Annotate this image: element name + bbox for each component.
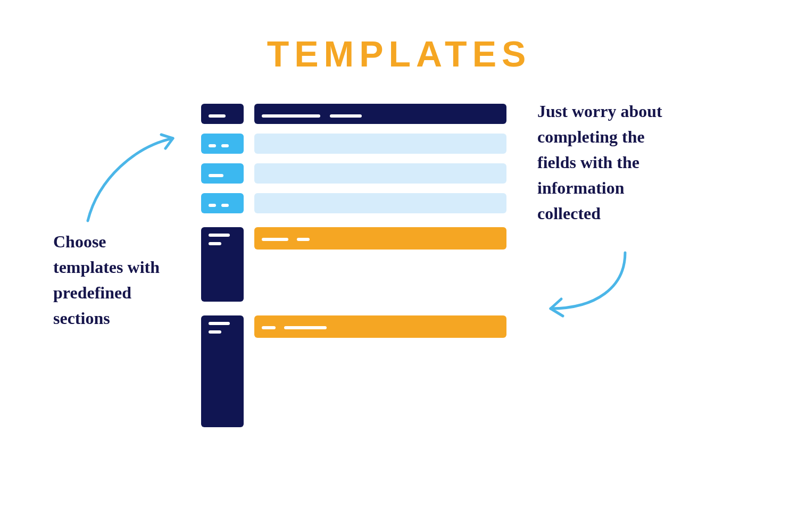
template-mock [201, 104, 506, 437]
page-title: TEMPLATES [0, 33, 798, 74]
template-header-row [201, 104, 506, 124]
left-caption: Choose templates with predefined section… [53, 229, 160, 331]
arrow-right-icon [532, 250, 633, 319]
field-sidecell [201, 163, 244, 184]
section-sidecell [201, 315, 244, 427]
header-sidecell [201, 104, 244, 124]
section-header-bar [254, 315, 506, 338]
field-maincell [254, 193, 506, 213]
template-field-row [201, 163, 506, 184]
section-sidecell [201, 227, 244, 302]
field-sidecell [201, 193, 244, 213]
template-field-row [201, 134, 506, 154]
field-maincell [254, 134, 506, 154]
section-header-bar [254, 227, 506, 250]
template-field-row [201, 193, 506, 213]
header-maincell [254, 104, 506, 124]
right-caption: Just worry about completing the fields w… [537, 98, 686, 226]
field-sidecell [201, 134, 244, 154]
template-section [201, 227, 506, 302]
template-section [201, 315, 506, 427]
arrow-left-icon [77, 125, 184, 226]
field-maincell [254, 163, 506, 184]
